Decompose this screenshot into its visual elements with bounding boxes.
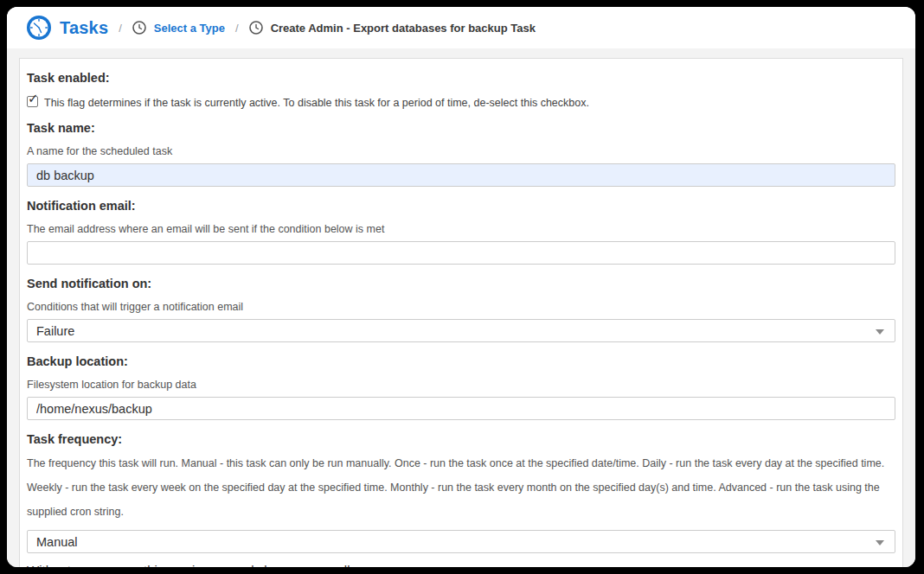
task-frequency-help: The frequency this task will run. Manual…: [27, 451, 895, 524]
clock-icon: [249, 21, 263, 35]
send-notification-on-select[interactable]: Failure: [27, 319, 895, 342]
task-frequency-label: Task frequency:: [27, 432, 895, 446]
task-form-panel: Task enabled: ✓ This flag determines if …: [19, 58, 903, 567]
chevron-down-icon: [876, 329, 884, 335]
tasks-clock-icon: [26, 15, 52, 41]
app-window: Tasks / Select a Type / Create Admin - E…: [7, 7, 915, 567]
task-name-label: Task name:: [27, 121, 895, 135]
breadcrumb-select-type-link[interactable]: Select a Type: [154, 22, 225, 35]
clock-icon: [132, 21, 146, 35]
task-enabled-checkbox[interactable]: ✓: [27, 96, 38, 107]
backup-location-label: Backup location:: [27, 354, 895, 368]
task-name-help: A name for the scheduled task: [27, 145, 895, 157]
breadcrumb: Tasks / Select a Type / Create Admin - E…: [7, 7, 915, 48]
chevron-down-icon: [876, 540, 884, 545]
page-background: Task enabled: ✓ This flag determines if …: [7, 48, 915, 567]
send-notification-on-label: Send notification on:: [27, 277, 895, 290]
checkmark-icon: ✓: [28, 92, 39, 105]
backup-location-input[interactable]: [27, 397, 895, 420]
task-name-input[interactable]: [27, 163, 895, 187]
task-enabled-row: ✓ This flag determines if the task is cu…: [27, 96, 895, 109]
recurrence-note: Without recurrence, this service can onl…: [27, 563, 895, 567]
breadcrumb-current-page: Create Admin - Export databases for back…: [271, 22, 536, 35]
notification-email-label: Notification email:: [27, 199, 895, 213]
task-frequency-select[interactable]: Manual: [27, 530, 895, 553]
send-notification-on-help: Conditions that will trigger a notificat…: [27, 301, 895, 313]
notification-email-help: The email address where an email will be…: [27, 223, 895, 235]
notification-email-input[interactable]: [27, 241, 895, 265]
task-enabled-label: Task enabled:: [27, 71, 895, 85]
send-notification-on-value: Failure: [36, 324, 74, 338]
backup-location-help: Filesystem location for backup data: [27, 379, 895, 391]
task-enabled-help: This flag determines if the task is curr…: [44, 96, 589, 109]
breadcrumb-tasks-link[interactable]: Tasks: [60, 18, 108, 38]
breadcrumb-separator: /: [233, 22, 241, 35]
task-frequency-value: Manual: [36, 535, 78, 549]
breadcrumb-separator: /: [116, 22, 125, 35]
